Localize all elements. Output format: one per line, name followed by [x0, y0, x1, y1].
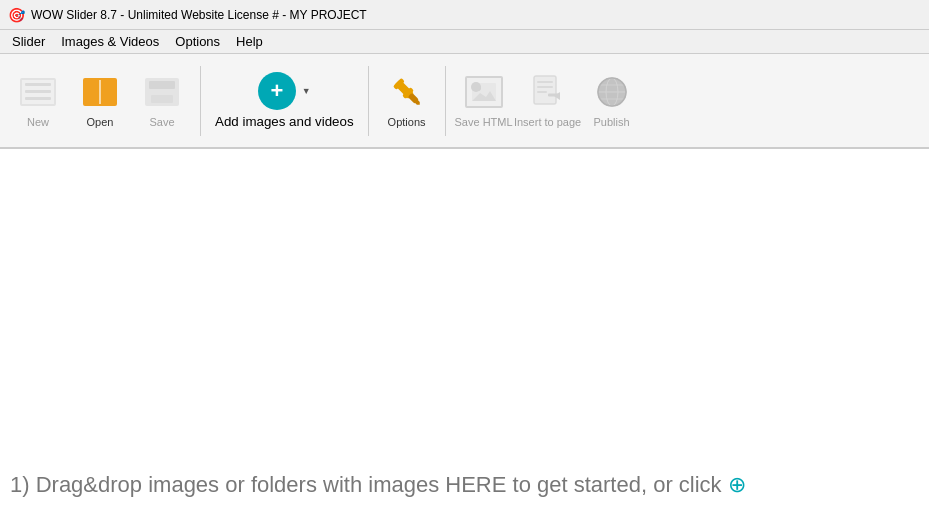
app-icon: 🎯: [8, 7, 25, 23]
title-text: WOW Slider 8.7 - Unlimited Website Licen…: [31, 8, 367, 22]
globe-svg: [594, 74, 630, 110]
svg-rect-9: [537, 81, 553, 83]
open-button[interactable]: Open: [70, 60, 130, 142]
save-html-label: Save HTML: [455, 116, 513, 129]
image-svg: [472, 83, 496, 101]
separator-2: [368, 66, 369, 136]
file-buttons-group: New Open Save: [8, 58, 192, 143]
svg-rect-11: [537, 91, 547, 93]
menu-images-videos[interactable]: Images & Videos: [53, 32, 167, 51]
save-button[interactable]: Save: [132, 60, 192, 142]
svg-rect-8: [534, 76, 556, 104]
svg-point-6: [475, 85, 481, 91]
insert-to-page-button[interactable]: Insert to page: [518, 60, 578, 142]
open-label: Open: [87, 116, 114, 129]
save-html-button[interactable]: Save HTML: [454, 60, 514, 142]
toolbar: New Open Save + ▼ Add images and videos: [0, 54, 929, 149]
new-label: New: [27, 116, 49, 129]
add-plus-icon: +: [258, 72, 296, 110]
title-bar: 🎯 WOW Slider 8.7 - Unlimited Website Lic…: [0, 0, 929, 30]
hint-link[interactable]: ⊕: [728, 472, 746, 497]
menu-help[interactable]: Help: [228, 32, 271, 51]
add-images-label: Add images and videos: [215, 114, 354, 129]
options-button[interactable]: Options: [377, 60, 437, 142]
menu-options[interactable]: Options: [167, 32, 228, 51]
publish-button[interactable]: Publish: [582, 60, 642, 142]
main-content[interactable]: 1) Drag&drop images or folders with imag…: [0, 149, 929, 518]
insert-to-page-icon: [528, 72, 568, 112]
add-images-button[interactable]: + ▼ Add images and videos: [209, 60, 360, 142]
save-icon: [142, 72, 182, 112]
new-button[interactable]: New: [8, 60, 68, 142]
menu-slider[interactable]: Slider: [4, 32, 53, 51]
separator-1: [200, 66, 201, 136]
new-icon: [18, 72, 58, 112]
hint-static-text: 1) Drag&drop images or folders with imag…: [10, 472, 728, 497]
separator-3: [445, 66, 446, 136]
publish-label: Publish: [594, 116, 630, 129]
options-label: Options: [388, 116, 426, 129]
insert-svg: [530, 74, 566, 110]
options-icon: [387, 72, 427, 112]
img-placeholder: [465, 76, 503, 108]
add-images-top-row: + ▼: [258, 72, 311, 110]
add-dropdown-arrow: ▼: [302, 86, 311, 96]
svg-rect-13: [548, 93, 560, 96]
save-label: Save: [149, 116, 174, 129]
wrench-svg: [389, 74, 425, 110]
open-icon: [80, 72, 120, 112]
save-html-icon: [464, 72, 504, 112]
publish-icon: [592, 72, 632, 112]
menu-bar: Slider Images & Videos Options Help: [0, 30, 929, 54]
insert-to-page-label: Insert to page: [514, 116, 581, 129]
svg-rect-10: [537, 86, 553, 88]
hint-text: 1) Drag&drop images or folders with imag…: [10, 472, 746, 498]
